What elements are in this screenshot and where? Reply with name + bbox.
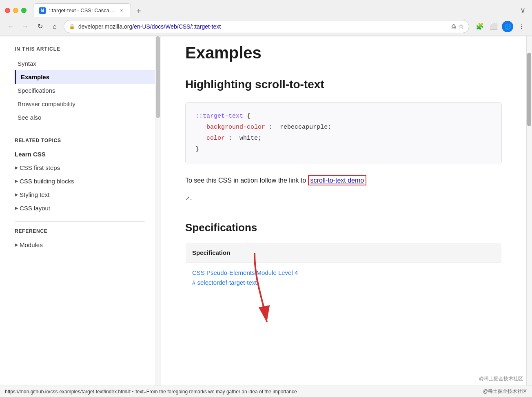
learn-css-label: Learn CSS <box>15 151 46 158</box>
css-building-blocks-label: CSS building blocks <box>20 178 74 185</box>
main-scrollbar[interactable] <box>526 36 532 397</box>
sidebar-scrollbar[interactable] <box>155 36 161 397</box>
arrow-icon: ▶ <box>15 205 18 211</box>
code-brace-close: } <box>195 146 199 153</box>
new-tab-button[interactable]: + <box>133 5 145 17</box>
code-value-color: white; <box>239 135 262 142</box>
examples-heading: Examples <box>185 40 502 66</box>
highlighting-heading: Highlighting scroll-to-text <box>185 76 502 94</box>
tab-favicon: M <box>39 7 46 14</box>
code-line-1: ::target-text { <box>195 111 492 122</box>
forward-button[interactable]: → <box>20 21 31 32</box>
sidebar-item-specifications[interactable]: Specifications <box>15 84 155 97</box>
address-domain: developer.mozilla.org <box>78 23 132 30</box>
code-indent <box>195 124 203 131</box>
code-selector: ::target-text <box>195 113 243 120</box>
refresh-button[interactable]: ↻ <box>34 21 46 32</box>
code-value-bg: rebeccapurple; <box>280 124 331 131</box>
profile-button[interactable]: 🌐 <box>502 21 513 32</box>
main-scrollbar-thumb[interactable] <box>527 53 531 126</box>
sidebar-item-examples[interactable]: Examples <box>15 70 155 84</box>
code-property-color: color <box>206 135 225 142</box>
sidebar-divider-2 <box>15 221 145 222</box>
related-topics-title: RELATED TOPICS <box>15 138 155 143</box>
demo-text-before: To see this CSS in action follow the lin… <box>185 177 308 184</box>
spec-table-header: Specification <box>186 243 502 263</box>
external-link-icon[interactable]: ↗ <box>185 195 190 201</box>
security-lock-icon: 🔒 <box>69 24 75 29</box>
demo-external-icon-line: ↗. <box>185 192 502 203</box>
status-bar: https://mdn.github.io/css-examples/targe… <box>0 386 532 397</box>
in-this-article-title: IN THIS ARTICLE <box>15 46 155 52</box>
arrow-icon: ▶ <box>15 178 18 184</box>
code-indent-2 <box>195 135 203 142</box>
title-bar: M ::target-text - CSS: Cascading ... × +… <box>0 0 532 17</box>
demo-period: . <box>190 194 192 201</box>
page-content: IN THIS ARTICLE Syntax Examples Specific… <box>0 36 532 397</box>
active-tab[interactable]: M ::target-text - CSS: Cascading ... × <box>33 3 131 17</box>
code-block: ::target-text { background-color : rebec… <box>185 102 502 163</box>
sidebar-item-browser-compatibility[interactable]: Browser compatibility <box>15 97 155 111</box>
address-path: /en-US/docs/Web/CSS/::target-text <box>132 23 221 30</box>
address-icons: ⎙ ☆ <box>452 22 464 30</box>
traffic-lights <box>5 8 27 13</box>
demo-link[interactable]: scroll-to-text demo <box>308 175 367 185</box>
nav-bar: ← → ↻ ⌂ 🔒 developer.mozilla.org/en-US/do… <box>0 17 532 36</box>
sidebar-item-modules[interactable]: ▶ Modules <box>15 238 155 252</box>
reference-title: Reference <box>15 228 155 234</box>
sidebar-item-styling-text[interactable]: ▶ Styling text <box>15 188 155 201</box>
sidebar-item-css-layout[interactable]: ▶ CSS layout <box>15 201 155 215</box>
tab-close-button[interactable]: × <box>118 7 125 14</box>
css-layout-label: CSS layout <box>20 205 50 212</box>
maximize-window-button[interactable] <box>21 8 27 13</box>
sidebar-scrollbar-thumb[interactable] <box>156 36 160 118</box>
browser-actions: 🧩 ⬜ 🌐 ⋮ <box>474 21 527 32</box>
watermark: @稀土掘金技术社区 <box>479 375 523 383</box>
sidebar: IN THIS ARTICLE Syntax Examples Specific… <box>0 36 155 397</box>
sidebar-item-css-first-steps[interactable]: ▶ CSS first steps <box>15 161 155 174</box>
tabs-area: M ::target-text - CSS: Cascading ... × + <box>33 3 520 17</box>
spec-link-selectordef[interactable]: # selectordef-target-text <box>192 279 257 286</box>
code-line-4: } <box>195 144 492 155</box>
back-button[interactable]: ← <box>5 21 16 32</box>
minimize-window-button[interactable] <box>13 8 18 13</box>
modules-label: Modules <box>20 241 43 248</box>
arrow-icon: ▶ <box>15 242 18 248</box>
code-brace-open: { <box>247 113 250 120</box>
sidebar-item-syntax[interactable]: Syntax <box>15 57 155 70</box>
sidebar-divider <box>15 131 145 131</box>
home-button[interactable]: ⌂ <box>49 21 60 32</box>
spec-table-cell: CSS Pseudo-Elements Module Level 4 # sel… <box>186 263 502 293</box>
address-bar[interactable]: 🔒 developer.mozilla.org/en-US/docs/Web/C… <box>64 20 469 33</box>
code-line-2: background-color : rebeccapurple; <box>195 122 492 133</box>
css-first-steps-label: CSS first steps <box>20 164 60 171</box>
share-icon[interactable]: ⎙ <box>452 23 456 30</box>
sidebar-toggle-button[interactable]: ⬜ <box>488 21 499 32</box>
table-row: CSS Pseudo-Elements Module Level 4 # sel… <box>186 263 502 293</box>
code-property-bg: background-color <box>206 124 265 131</box>
code-colon-1: : <box>269 124 276 131</box>
styling-text-label: Styling text <box>20 191 49 198</box>
more-options-button[interactable]: ⋮ <box>516 21 527 32</box>
spec-link-level4[interactable]: CSS Pseudo-Elements Module Level 4 <box>192 269 298 276</box>
code-colon-2: : <box>228 135 236 142</box>
status-url: https://mdn.github.io/css-examples/targe… <box>5 389 297 395</box>
arrow-icon: ▶ <box>15 165 18 170</box>
sidebar-item-learn-css[interactable]: Learn CSS <box>15 147 155 161</box>
window-controls-right: ∨ <box>520 6 527 15</box>
spec-table: Specification CSS Pseudo-Elements Module… <box>185 243 502 293</box>
status-bar-right: @稀土掘金技术社区 <box>483 388 527 395</box>
main-content: Examples Highlighting scroll-to-text ::t… <box>161 36 526 397</box>
demo-paragraph: To see this CSS in action follow the lin… <box>185 175 502 186</box>
address-text: developer.mozilla.org/en-US/docs/Web/CSS… <box>78 23 448 30</box>
spec-heading: Specifications <box>185 219 502 236</box>
extensions-button[interactable]: 🧩 <box>474 21 485 32</box>
code-line-3: color : white; <box>195 133 492 144</box>
sidebar-item-see-also[interactable]: See also <box>15 111 155 124</box>
close-window-button[interactable] <box>5 8 10 13</box>
tab-title: ::target-text - CSS: Cascading ... <box>49 7 115 13</box>
bookmark-icon[interactable]: ☆ <box>458 22 464 30</box>
sidebar-item-css-building-blocks[interactable]: ▶ CSS building blocks <box>15 174 155 188</box>
arrow-icon: ▶ <box>15 192 18 197</box>
